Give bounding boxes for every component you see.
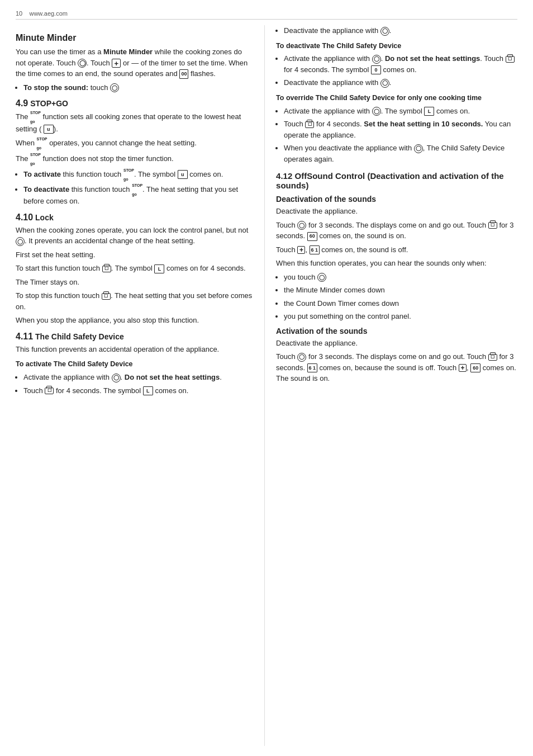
- power-icon7: ◯: [414, 144, 423, 153]
- power-icon10: ◯: [297, 353, 306, 362]
- child-deact-list: Deactivate the appliance with ◯.: [284, 25, 517, 36]
- l-symbol2: L: [424, 107, 434, 116]
- six-one-box2: 6 1: [307, 363, 317, 372]
- key-icon6: ☐: [488, 222, 497, 229]
- minute-minder-section: Minute Minder You can use the timer as a…: [16, 33, 253, 93]
- u-icon: u: [44, 125, 54, 134]
- lock-symbol: L: [154, 264, 164, 273]
- stopgo-p2: When STOPgo operates, you cannot change …: [16, 137, 253, 150]
- key-icon5: ☐: [305, 121, 314, 128]
- lock-p3: To start this function touch ☐. The symb…: [16, 263, 253, 274]
- power-icon4: ◯: [372, 55, 381, 64]
- power-icon2: ◯: [112, 374, 121, 382]
- activate-child-title: To activate The Child Safety Device: [16, 359, 253, 370]
- power-icon8: ◯: [297, 221, 306, 230]
- website: www.aeg.com: [29, 10, 67, 17]
- deact-bullet3: the Count Down Timer comes down: [284, 298, 517, 309]
- activate-child-list: Activate the appliance with ◯. Do not se…: [23, 372, 253, 396]
- act-sounds-title: Activation of the sounds: [276, 327, 517, 336]
- key-icon: ☐: [102, 266, 111, 272]
- zero-symbol: 0: [371, 65, 381, 74]
- child-safety-intro: This function prevents an accidental ope…: [16, 344, 253, 355]
- stopgo-p3: The STOPgo function does not stop the ti…: [16, 153, 253, 166]
- lock-title: 4.10 Lock: [16, 212, 253, 223]
- l-symbol: L: [143, 386, 153, 395]
- power-circle-icon: ◯: [16, 237, 25, 246]
- lock-p2: First set the heat setting.: [16, 249, 253, 261]
- plus-icon: +: [112, 59, 121, 68]
- left-column: Minute Minder You can use the timer as a…: [16, 25, 265, 746]
- sixty-box: 60: [307, 232, 317, 241]
- stopgo-title: 4.9 STOP+GO: [16, 98, 253, 108]
- lock-section: 4.10 Lock When the cooking zones operate…: [16, 212, 253, 326]
- key-icon4: ☐: [506, 56, 515, 63]
- deact-sounds-list: you touch ◯ the Minute Minder comes down…: [284, 272, 517, 322]
- six-one-box: 6 1: [310, 245, 320, 254]
- page-number: 10: [16, 10, 22, 17]
- stopgo-section: 4.9 STOP+GO The STOPgo function sets all…: [16, 98, 253, 207]
- plus-icon3: +: [459, 364, 467, 372]
- child-deact-b1: Deactivate the appliance with ◯.: [284, 25, 517, 36]
- deactivate-child-list: Activate the appliance with ◯. Do not se…: [284, 53, 517, 88]
- double-box-icon: 00: [179, 69, 188, 79]
- stopgo-list: To activate this function touch STOPgo. …: [23, 168, 253, 207]
- plus-icon2: +: [297, 246, 305, 254]
- child-safety-cont: Deactivate the appliance with ◯. To deac…: [276, 25, 517, 164]
- stop-sound-item: To stop the sound: touch ◯: [23, 82, 253, 93]
- deact-child-b1: Activate the appliance with ◯. Do not se…: [284, 53, 517, 75]
- deactivate-child-title: To deactivate The Child Safety Device: [276, 41, 517, 51]
- child-safety-section: 4.11 The Child Safety Device This functi…: [16, 332, 253, 396]
- act-child-b1: Activate the appliance with ◯. Do not se…: [23, 372, 253, 383]
- deact-child-b2: Deactivate the appliance with ◯.: [284, 77, 517, 88]
- act-sounds-p2: Touch ◯ for 3 seconds. The displays come…: [276, 351, 517, 384]
- power-icon9: ◯: [317, 273, 326, 282]
- power-icon6: ◯: [372, 107, 381, 116]
- override-child-title: To override The Child Safety Device for …: [276, 93, 517, 103]
- act-sounds-p1: Deactivate the appliance.: [276, 338, 517, 349]
- over-b3: When you deactivate the appliance with ◯…: [284, 143, 517, 164]
- over-b2: Touch ☐ for 4 seconds. Set the heat sett…: [284, 119, 517, 140]
- override-child-list: Activate the appliance with ◯. The symbo…: [284, 106, 517, 165]
- power-icon3: ◯: [380, 27, 389, 36]
- deact-bullet2: the Minute Minder comes down: [284, 285, 517, 296]
- key-icon7: ☐: [488, 354, 497, 361]
- minute-minder-list: To stop the sound: touch ◯: [23, 82, 253, 93]
- deact-sounds-title: Deactivation of the sounds: [276, 195, 517, 204]
- lock-p5: To stop this function touch ☐. The heat …: [16, 290, 253, 312]
- sixty-box2: 60: [470, 363, 480, 372]
- lock-p1: When the cooking zones operate, you can …: [16, 225, 253, 247]
- page: 10 www.aeg.com Minute Minder You can use…: [0, 0, 533, 756]
- two-column-layout: Minute Minder You can use the timer as a…: [16, 25, 517, 746]
- deact-sounds-p2: Touch ◯ for 3 seconds. The displays come…: [276, 220, 517, 242]
- u-symbol: u: [178, 170, 188, 179]
- power-icon5: ◯: [380, 79, 389, 88]
- act-child-b2: Touch ☐ for 4 seconds. The symbol L come…: [23, 385, 253, 396]
- deact-bullet4: you put something on the control panel.: [284, 311, 517, 322]
- page-header: 10 www.aeg.com: [16, 10, 517, 20]
- stopgo-p1: The STOPgo function sets all cooking zon…: [16, 111, 253, 134]
- minute-minder-body: You can use the timer as a Minute Minder…: [16, 46, 253, 79]
- child-safety-title: 4.11 The Child Safety Device: [16, 332, 253, 342]
- power-icon: ◯: [78, 59, 87, 68]
- alarm-icon: ◯: [110, 83, 119, 92]
- lock-p6: When you stop the appliance, you also st…: [16, 315, 253, 326]
- offsound-title: 4.12 OffSound Control (Deactivation and …: [276, 171, 517, 190]
- deact-sounds-p3: Touch +, 6 1 comes on, the sound is off.: [276, 244, 517, 256]
- right-column: Deactivate the appliance with ◯. To deac…: [265, 25, 517, 746]
- minute-minder-title: Minute Minder: [16, 33, 253, 43]
- deact-sounds-p4: When this function operates, you can hea…: [276, 258, 517, 269]
- stopgo-deactivate: To deactivate this function touch STOPgo…: [23, 183, 253, 207]
- deact-sounds-p1: Deactivate the appliance.: [276, 206, 517, 217]
- deact-bullet1: you touch ◯: [284, 272, 517, 283]
- key-icon2: ☐: [102, 293, 111, 300]
- lock-p4: The Timer stays on.: [16, 277, 253, 288]
- over-b1: Activate the appliance with ◯. The symbo…: [284, 106, 517, 117]
- offsound-section: 4.12 OffSound Control (Deactivation and …: [276, 171, 517, 384]
- key-icon3: ☐: [45, 388, 54, 394]
- stopgo-activate: To activate this function touch STOPgo. …: [23, 168, 253, 181]
